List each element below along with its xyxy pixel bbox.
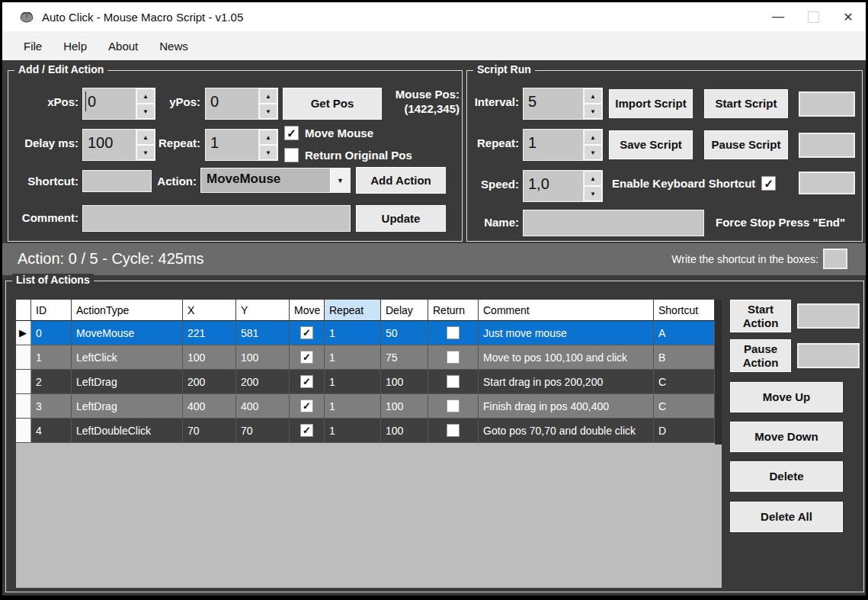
delay-stepper[interactable]: 100 ▲▼ — [82, 129, 155, 161]
update-button[interactable]: Update — [356, 205, 446, 232]
header-cell[interactable]: Comment — [479, 300, 654, 321]
table-cell[interactable]: Move to pos 100,100 and click — [479, 345, 654, 370]
add-action-button[interactable]: Add Action — [356, 167, 446, 194]
pause-script-button[interactable]: Pause Script — [704, 130, 788, 159]
enable-keyboard-shortcut-checkbox[interactable]: ✓ — [761, 176, 776, 191]
move-down-button[interactable]: Move Down — [730, 422, 843, 452]
get-pos-button[interactable]: Get Pos — [283, 88, 382, 120]
spinner-up-icon[interactable]: ▲ — [584, 88, 602, 104]
table-cell[interactable]: LeftDrag — [72, 394, 183, 419]
pause-script-shortcut-box[interactable] — [799, 133, 855, 158]
table-cell[interactable]: 100 — [381, 394, 428, 419]
ypos-stepper[interactable]: 0 ▲▼ — [205, 88, 278, 120]
enable-keyboard-shortcut-option[interactable]: Enable Keyboard Shortcut ✓ — [612, 176, 776, 191]
pause-action-shortcut-box[interactable] — [797, 343, 860, 368]
spinner-down-icon[interactable]: ▼ — [584, 186, 602, 201]
row-selector-cell[interactable]: ▶ — [16, 321, 31, 345]
ypos-value[interactable]: 0 — [206, 88, 258, 119]
xpos-value[interactable]: 0 — [83, 88, 136, 119]
table-cell[interactable]: 1 — [325, 321, 381, 345]
return-checkbox[interactable] — [447, 424, 460, 437]
table-cell[interactable]: 50 — [381, 321, 428, 345]
menu-file[interactable]: File — [13, 33, 53, 59]
table-cell[interactable]: 1 — [325, 419, 381, 443]
shortcut-input[interactable] — [82, 170, 152, 192]
table-cell[interactable]: D — [654, 419, 715, 443]
header-cell[interactable]: Move — [290, 300, 325, 321]
move-checkbox[interactable]: ✓ — [300, 351, 313, 364]
spinner-down-icon[interactable]: ▼ — [584, 104, 602, 119]
table-cell[interactable] — [428, 419, 479, 443]
spinner-up-icon[interactable]: ▲ — [259, 130, 277, 145]
table-cell[interactable]: 3 — [31, 394, 72, 419]
header-cell[interactable]: Delay — [381, 300, 428, 321]
table-cell[interactable]: LeftClick — [72, 345, 183, 370]
table-cell[interactable]: 400 — [236, 394, 290, 419]
table-cell[interactable]: LeftDoubleClick — [72, 419, 183, 443]
header-cell[interactable] — [16, 300, 31, 321]
table-row[interactable]: ▶0MoveMouse221581✓150Just move mouseA — [16, 321, 722, 345]
table-cell[interactable]: ✓ — [290, 419, 325, 443]
return-original-option[interactable]: Return Original Pos — [284, 148, 412, 162]
delay-value[interactable]: 100 — [83, 130, 136, 160]
spinner-down-icon[interactable]: ▼ — [259, 145, 277, 160]
pause-action-button[interactable]: Pause Action — [730, 339, 791, 372]
script-repeat-stepper[interactable]: 1 ▲▼ — [523, 129, 603, 161]
return-checkbox[interactable] — [447, 351, 460, 364]
table-row[interactable]: 1LeftClick100100✓175Move to pos 100,100 … — [16, 345, 722, 370]
header-cell[interactable]: ID — [31, 300, 72, 321]
table-cell[interactable]: C — [654, 394, 715, 419]
return-checkbox[interactable] — [447, 399, 460, 412]
spinner-down-icon[interactable]: ▼ — [584, 145, 602, 160]
move-checkbox[interactable]: ✓ — [300, 424, 313, 437]
table-cell[interactable] — [428, 394, 479, 419]
move-checkbox[interactable]: ✓ — [300, 375, 313, 388]
table-cell[interactable]: 581 — [236, 321, 290, 345]
table-cell[interactable]: 200 — [183, 370, 236, 394]
script-repeat-value[interactable]: 1 — [524, 130, 583, 160]
menu-news[interactable]: News — [149, 33, 199, 59]
return-original-checkbox[interactable] — [284, 148, 299, 162]
header-cell[interactable]: Repeat — [325, 300, 381, 321]
table-cell[interactable] — [428, 345, 479, 370]
delete-all-button[interactable]: Delete All — [730, 502, 843, 532]
table-cell[interactable]: B — [654, 345, 715, 370]
header-cell[interactable]: X — [183, 300, 236, 321]
script-name-input[interactable] — [523, 210, 704, 236]
table-cell[interactable]: C — [654, 370, 715, 394]
table-cell[interactable]: Just move mouse — [479, 321, 654, 345]
row-selector-cell[interactable] — [16, 370, 31, 394]
table-cell[interactable]: MoveMouse — [72, 321, 183, 345]
spinner-down-icon[interactable]: ▼ — [259, 104, 277, 119]
import-script-button[interactable]: Import Script — [609, 89, 693, 118]
table-cell[interactable]: 75 — [381, 345, 428, 370]
row-selector-cell[interactable] — [16, 419, 31, 443]
dropdown-arrow-icon[interactable]: ▼ — [330, 168, 350, 192]
interval-value[interactable]: 5 — [524, 88, 583, 119]
move-mouse-checkbox[interactable]: ✓ — [284, 126, 299, 140]
close-icon[interactable]: ✕ — [831, 2, 866, 31]
maximize-icon[interactable] — [796, 2, 831, 31]
table-cell[interactable]: A — [654, 321, 715, 345]
table-cell[interactable]: 400 — [183, 394, 236, 419]
table-cell[interactable]: 1 — [325, 345, 381, 370]
menu-about[interactable]: About — [98, 33, 149, 59]
table-cell[interactable]: ✓ — [290, 394, 325, 419]
grid-scrollbar[interactable] — [715, 300, 722, 444]
header-cell[interactable]: ActionType — [72, 300, 183, 321]
table-cell[interactable] — [428, 321, 479, 345]
table-cell[interactable] — [428, 370, 479, 394]
table-cell[interactable]: 221 — [183, 321, 236, 345]
table-cell[interactable]: 100 — [381, 370, 428, 394]
row-selector-cell[interactable] — [16, 345, 31, 370]
table-cell[interactable]: 2 — [31, 370, 72, 394]
header-cell[interactable]: Return — [428, 300, 479, 321]
spinner-up-icon[interactable]: ▲ — [259, 88, 277, 104]
move-checkbox[interactable]: ✓ — [300, 326, 313, 339]
table-cell[interactable]: ✓ — [290, 321, 325, 345]
keyboard-shortcut-box[interactable] — [799, 172, 855, 194]
table-cell[interactable]: 4 — [31, 419, 72, 443]
table-cell[interactable]: 1 — [325, 370, 381, 394]
move-up-button[interactable]: Move Up — [730, 382, 843, 412]
move-checkbox[interactable]: ✓ — [300, 399, 313, 412]
